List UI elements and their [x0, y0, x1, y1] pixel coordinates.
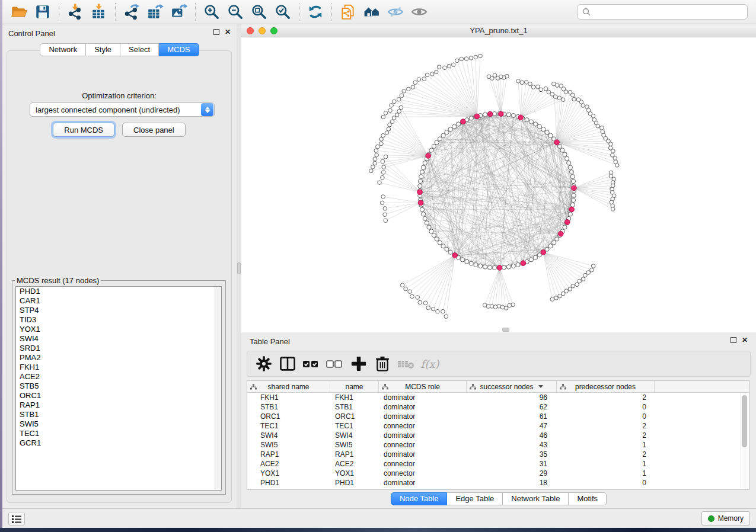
table-cell-mcds_role[interactable]: connector	[379, 441, 467, 449]
export-image-button[interactable]	[167, 2, 191, 22]
table-cell-successor_nodes[interactable]: 96	[467, 393, 557, 402]
table-vertical-scrollbar[interactable]	[741, 393, 748, 488]
table-cell-successor_nodes[interactable]: 29	[467, 469, 557, 477]
table-cell-successor_nodes[interactable]: 47	[467, 422, 557, 430]
table-cell-mcds_role[interactable]: dominator	[379, 479, 467, 487]
mcds-result-item[interactable]: PMA2	[16, 353, 221, 363]
table-cell-name[interactable]: SWI5	[330, 441, 379, 449]
table-cell-successor_nodes[interactable]: 31	[467, 460, 557, 468]
table-cell-shared_name[interactable]: TEC1	[247, 422, 330, 430]
divider-handle[interactable]	[237, 262, 241, 274]
table-row[interactable]: STB1STB1dominator620	[247, 402, 749, 412]
table-cell-name[interactable]: STB1	[330, 403, 379, 411]
table-cell-successor_nodes[interactable]: 35	[467, 450, 557, 459]
close-panel-button[interactable]: Close panel	[122, 123, 186, 137]
table-cell-name[interactable]: PHD1	[330, 479, 379, 487]
table-cell-shared_name[interactable]: YOX1	[247, 469, 330, 477]
mcds-result-list[interactable]: PHD1CAR1STP4TID3YOX1SWI4SRD1PMA2FKH1ACE2…	[15, 286, 222, 491]
add-column-button[interactable]	[350, 355, 368, 373]
run-mcds-button[interactable]: Run MCDS	[53, 123, 114, 137]
criterion-select[interactable]: largest connected component (undirected)	[30, 102, 215, 117]
task-history-button[interactable]	[8, 512, 25, 525]
table-cell-successor_nodes[interactable]: 46	[467, 431, 557, 440]
refresh-view-button[interactable]	[304, 2, 327, 22]
mcds-result-item[interactable]: RAP1	[16, 400, 221, 410]
search-field[interactable]	[577, 4, 748, 20]
table-cell-successor_nodes[interactable]: 18	[467, 479, 557, 487]
panel-split-divider[interactable]	[237, 24, 241, 508]
mcds-result-item[interactable]: STB5	[16, 382, 221, 391]
tab-network[interactable]: Network	[40, 43, 86, 56]
table-cell-predecessor_nodes[interactable]: 0	[557, 403, 655, 411]
column-header-predecessor-nodes[interactable]: predecessor nodes	[557, 381, 655, 392]
table-row[interactable]: TEC1TEC1connector472	[247, 421, 749, 431]
mcds-result-item[interactable]: TID3	[16, 315, 221, 325]
table-row[interactable]: YOX1YOX1connector291	[247, 469, 749, 478]
save-session-button[interactable]	[31, 2, 55, 22]
function-builder-button[interactable]: f(x)	[421, 355, 439, 373]
export-table-button[interactable]	[143, 2, 167, 22]
split-table-view-button[interactable]	[279, 355, 296, 373]
table-cell-predecessor_nodes[interactable]: 0	[557, 479, 655, 487]
open-file-button[interactable]	[7, 2, 31, 22]
import-table-button[interactable]	[87, 2, 111, 22]
tab-mcds[interactable]: MCDS	[159, 43, 199, 56]
table-cell-shared_name[interactable]: FKH1	[247, 393, 330, 402]
mcds-result-item[interactable]: YOX1	[16, 325, 221, 334]
mcds-result-item[interactable]: STB1	[16, 410, 221, 419]
delete-table-button[interactable]	[397, 355, 415, 373]
memory-button[interactable]: Memory	[701, 511, 750, 525]
tab-select[interactable]: Select	[120, 43, 159, 56]
first-neighbors-button[interactable]	[360, 2, 384, 22]
table-cell-name[interactable]: RAP1	[330, 450, 379, 459]
table-cell-successor_nodes[interactable]: 62	[467, 403, 557, 411]
select-all-button[interactable]	[302, 355, 320, 373]
mcds-result-item[interactable]: SWI5	[16, 419, 221, 429]
column-header-mcds-role[interactable]: MCDS role	[379, 381, 467, 392]
table-row[interactable]: PHD1PHD1dominator180	[247, 478, 749, 488]
deselect-all-button[interactable]	[326, 355, 344, 373]
mcds-list-scrollbar[interactable]	[215, 287, 221, 489]
column-header-name[interactable]: name	[330, 381, 379, 392]
zoom-selected-button[interactable]	[271, 2, 295, 22]
canvas-hscroll-thumb[interactable]	[502, 328, 509, 332]
table-cell-name[interactable]: YOX1	[330, 469, 379, 477]
zoom-out-button[interactable]	[224, 2, 247, 22]
tab-network-table[interactable]: Network Table	[503, 492, 569, 505]
mcds-result-item[interactable]: SRD1	[16, 344, 221, 353]
mcds-result-item[interactable]: TEC1	[16, 429, 221, 438]
column-header-shared-name[interactable]: shared name	[247, 381, 330, 392]
table-cell-predecessor_nodes[interactable]: 1	[557, 441, 655, 449]
duplicate-network-button[interactable]	[336, 2, 360, 22]
tab-node-table[interactable]: Node Table	[391, 492, 448, 505]
search-input[interactable]	[591, 8, 747, 17]
network-window-titlebar[interactable]: YPA_prune.txt_1	[241, 24, 756, 37]
table-cell-shared_name[interactable]: ACE2	[247, 460, 330, 468]
table-cell-predecessor_nodes[interactable]: 2	[557, 393, 655, 402]
mcds-result-item[interactable]: ACE2	[16, 372, 221, 382]
column-header-successor-nodes[interactable]: successor nodes	[467, 381, 557, 392]
show-panel-button[interactable]	[407, 2, 431, 22]
table-cell-mcds_role[interactable]: dominator	[379, 403, 467, 411]
tab-motifs[interactable]: Motifs	[569, 492, 607, 505]
table-cell-shared_name[interactable]: PHD1	[247, 479, 330, 487]
table-cell-name[interactable]: ACE2	[330, 460, 379, 468]
delete-column-button[interactable]	[374, 355, 391, 373]
table-cell-mcds_role[interactable]: connector	[379, 422, 467, 430]
table-row[interactable]: RAP1RAP1dominator352	[247, 450, 749, 459]
table-cell-mcds_role[interactable]: dominator	[379, 431, 467, 440]
table-row[interactable]: SWI5SWI5connector431	[247, 440, 749, 450]
table-cell-shared_name[interactable]: RAP1	[247, 450, 330, 459]
table-cell-mcds_role[interactable]: connector	[379, 469, 467, 477]
mcds-result-item[interactable]: FKH1	[16, 363, 221, 372]
mcds-result-item[interactable]: SWI4	[16, 334, 221, 344]
table-cell-successor_nodes[interactable]: 61	[467, 412, 557, 421]
table-cell-mcds_role[interactable]: dominator	[379, 450, 467, 459]
float-panel-icon[interactable]	[213, 29, 219, 35]
table-row[interactable]: ACE2ACE2connector311	[247, 459, 749, 469]
table-scrollbar-thumb[interactable]	[742, 395, 747, 447]
table-cell-mcds_role[interactable]: connector	[379, 460, 467, 468]
mcds-result-item[interactable]: STP4	[16, 306, 221, 315]
zoom-fit-button[interactable]	[247, 2, 271, 22]
table-cell-predecessor_nodes[interactable]: 2	[557, 422, 655, 430]
